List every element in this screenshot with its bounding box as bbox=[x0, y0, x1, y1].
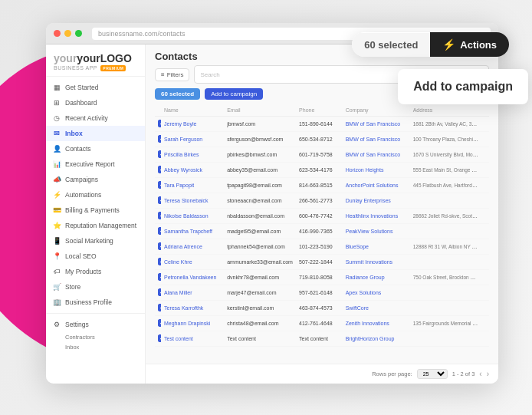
minimize-dot[interactable] bbox=[64, 30, 71, 37]
row-checkbox[interactable] bbox=[158, 135, 161, 143]
rows-per-page-select[interactable]: 25 50 100 bbox=[417, 369, 448, 379]
row-more-actions[interactable]: ⋮ bbox=[482, 193, 489, 209]
row-more-actions[interactable]: ⋮ bbox=[482, 301, 489, 316]
row-checkbox-cell[interactable] bbox=[155, 316, 161, 331]
row-checkbox-cell[interactable] bbox=[155, 163, 161, 178]
three-dot-icon[interactable]: ⋮ bbox=[485, 166, 489, 174]
row-more-actions[interactable]: ⋮ bbox=[482, 178, 489, 193]
row-address: 1670 S University Blvd, Mobile AL 36609 bbox=[410, 147, 482, 163]
prev-page-button[interactable]: ‹ bbox=[479, 370, 481, 378]
row-checkbox-cell[interactable] bbox=[155, 193, 161, 209]
sidebar-item-automations[interactable]: ⚡ Automations bbox=[46, 187, 145, 203]
three-dot-icon[interactable]: ⋮ bbox=[485, 120, 489, 128]
row-checkbox-cell[interactable] bbox=[155, 132, 161, 147]
sidebar-item-contacts[interactable]: 👤 Contacts bbox=[46, 141, 145, 156]
close-dot[interactable] bbox=[54, 30, 61, 37]
row-more-actions[interactable]: ⋮ bbox=[482, 270, 489, 285]
sidebar-item-campaigns[interactable]: 📣 Campaigns bbox=[46, 172, 145, 187]
row-checkbox[interactable] bbox=[158, 273, 161, 281]
maximize-dot[interactable] bbox=[75, 30, 82, 37]
row-checkbox-cell[interactable] bbox=[155, 301, 161, 316]
three-dot-icon[interactable]: ⋮ bbox=[485, 334, 489, 343]
row-checkbox[interactable] bbox=[158, 319, 161, 327]
row-checkbox[interactable] bbox=[158, 334, 161, 342]
table-row: Meghann Drapinski christa48@email.com 41… bbox=[155, 316, 489, 331]
sidebar-item-get-started[interactable]: ▦ Get Started bbox=[46, 80, 145, 95]
row-checkbox[interactable] bbox=[158, 227, 161, 235]
row-more-actions[interactable]: ⋮ bbox=[482, 163, 489, 178]
table-row: Teresa Karrofthk kerstinl@email.com 463-… bbox=[155, 301, 489, 316]
row-checkbox[interactable] bbox=[158, 304, 161, 311]
row-checkbox-cell[interactable] bbox=[155, 239, 161, 255]
row-more-actions[interactable]: ⋮ bbox=[482, 316, 489, 331]
three-dot-icon[interactable]: ⋮ bbox=[485, 242, 489, 251]
sidebar-item-inbox[interactable]: ✉ Inbox bbox=[46, 126, 145, 141]
row-checkbox[interactable] bbox=[158, 288, 161, 296]
row-more-actions[interactable]: ⋮ bbox=[482, 117, 489, 132]
sidebar-label-contacts: Contacts bbox=[65, 145, 91, 153]
actions-button[interactable]: ⚡ Actions bbox=[430, 32, 509, 57]
row-checkbox-cell[interactable] bbox=[155, 147, 161, 163]
three-dot-icon[interactable]: ⋮ bbox=[485, 258, 489, 266]
row-checkbox-cell[interactable] bbox=[155, 178, 161, 193]
sidebar-item-recent-activity[interactable]: ◷ Recent Activity bbox=[46, 110, 145, 126]
sidebar-item-settings[interactable]: ⚙ Settings bbox=[46, 317, 145, 332]
three-dot-icon[interactable]: ⋮ bbox=[485, 181, 489, 189]
store-icon: 🛒 bbox=[52, 282, 61, 291]
row-email: stoneaacn@email.com bbox=[224, 193, 296, 209]
row-checkbox[interactable] bbox=[158, 120, 161, 127]
row-checkbox-cell[interactable] bbox=[155, 224, 161, 239]
sidebar-item-billing[interactable]: 💳 Billing & Payments bbox=[46, 203, 145, 218]
row-checkbox[interactable] bbox=[158, 212, 161, 219]
row-more-actions[interactable]: ⋮ bbox=[482, 132, 489, 147]
sidebar-item-business-profile[interactable]: 🏢 Business Profile bbox=[46, 295, 145, 310]
row-checkbox[interactable] bbox=[158, 166, 161, 173]
three-dot-icon[interactable]: ⋮ bbox=[485, 196, 489, 205]
row-address bbox=[410, 224, 482, 239]
row-checkbox-cell[interactable] bbox=[155, 209, 161, 224]
add-to-campaign-button[interactable]: Add to campaign bbox=[205, 88, 263, 100]
col-checkbox bbox=[155, 104, 161, 117]
three-dot-icon[interactable]: ⋮ bbox=[485, 135, 489, 143]
sidebar-item-dashboard[interactable]: ⊞ Dashboard bbox=[46, 95, 145, 110]
row-more-actions[interactable]: ⋮ bbox=[482, 239, 489, 255]
three-dot-icon[interactable]: ⋮ bbox=[485, 288, 489, 297]
sidebar-sub-inbox[interactable]: Inbox bbox=[46, 342, 145, 352]
row-more-actions[interactable]: ⋮ bbox=[482, 209, 489, 224]
my-products-icon: 🏷 bbox=[52, 267, 61, 276]
row-more-actions[interactable]: ⋮ bbox=[482, 285, 489, 301]
sidebar-item-social[interactable]: 📱 Social Marketing bbox=[46, 233, 145, 249]
row-checkbox-cell[interactable] bbox=[155, 270, 161, 285]
row-more-actions[interactable]: ⋮ bbox=[482, 331, 489, 347]
row-email: jbmwsf.com bbox=[224, 117, 296, 132]
row-more-actions[interactable]: ⋮ bbox=[482, 255, 489, 270]
sidebar-label-social: Social Marketing bbox=[65, 237, 113, 245]
three-dot-icon[interactable]: ⋮ bbox=[485, 150, 489, 159]
sidebar-label-local-seo: Local SEO bbox=[65, 252, 97, 260]
row-checkbox[interactable] bbox=[158, 150, 161, 158]
row-more-actions[interactable]: ⋮ bbox=[482, 147, 489, 163]
col-actions bbox=[482, 104, 489, 117]
sidebar-item-reputation[interactable]: ⭐ Reputation Management bbox=[46, 218, 145, 233]
row-checkbox-cell[interactable] bbox=[155, 117, 161, 132]
three-dot-icon[interactable]: ⋮ bbox=[485, 212, 489, 220]
row-checkbox[interactable] bbox=[158, 181, 161, 189]
row-checkbox[interactable] bbox=[158, 258, 161, 265]
three-dot-icon[interactable]: ⋮ bbox=[485, 319, 489, 328]
next-page-button[interactable]: › bbox=[487, 370, 489, 378]
row-checkbox-cell[interactable] bbox=[155, 285, 161, 301]
three-dot-icon[interactable]: ⋮ bbox=[485, 273, 489, 282]
row-more-actions[interactable]: ⋮ bbox=[482, 224, 489, 239]
row-checkbox-cell[interactable] bbox=[155, 331, 161, 347]
row-checkbox[interactable] bbox=[158, 196, 161, 204]
sidebar-sub-contractors[interactable]: Contractors bbox=[46, 332, 145, 342]
sidebar-item-my-products[interactable]: 🏷 My Products bbox=[46, 264, 145, 279]
filter-button[interactable]: ≡ Filters bbox=[155, 68, 189, 81]
sidebar-item-local-seo[interactable]: 📍 Local SEO bbox=[46, 249, 145, 264]
sidebar-item-executive-report[interactable]: 📊 Executive Report bbox=[46, 156, 145, 172]
three-dot-icon[interactable]: ⋮ bbox=[485, 227, 489, 235]
row-checkbox[interactable] bbox=[158, 242, 161, 250]
three-dot-icon[interactable]: ⋮ bbox=[485, 304, 489, 312]
row-checkbox-cell[interactable] bbox=[155, 255, 161, 270]
sidebar-item-store[interactable]: 🛒 Store bbox=[46, 279, 145, 295]
